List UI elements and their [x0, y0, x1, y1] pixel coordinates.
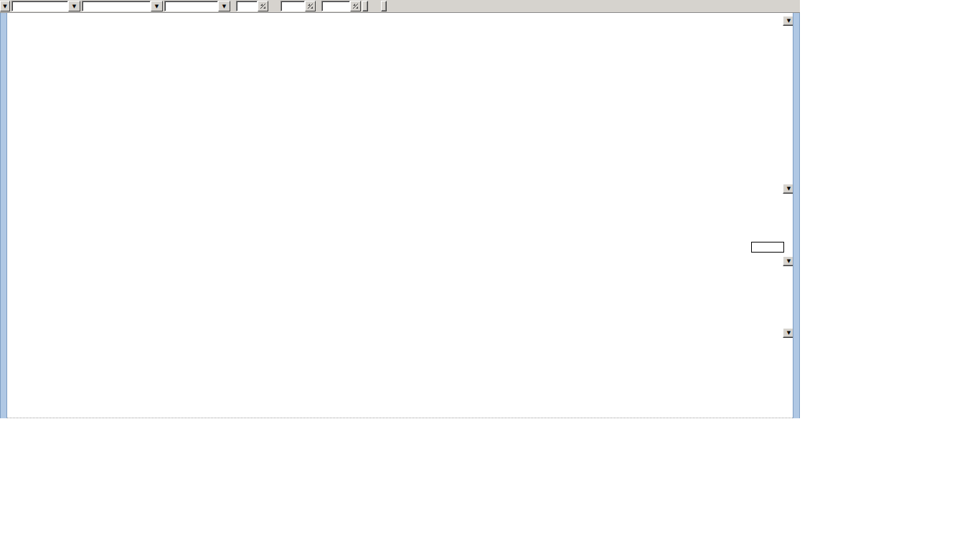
symbol-combo[interactable]: ▼	[82, 1, 163, 11]
chart-window: ▼ ▼ ▼ ▼	[0, 0, 800, 418]
symbol-type-value	[11, 1, 68, 11]
chevron-down-icon[interactable]: ▼	[68, 1, 80, 11]
ashi-value[interactable]	[236, 1, 258, 11]
apply-button[interactable]	[362, 1, 368, 11]
mini-combo[interactable]: ▼	[0, 1, 10, 11]
desktop: ▼ ▼ ▼ ▼	[0, 0, 980, 551]
minute-stepper[interactable]	[281, 1, 316, 11]
volume-multiplier-badge	[751, 242, 784, 253]
chevron-down-icon[interactable]: ▼	[151, 1, 163, 11]
spinner-icon[interactable]	[305, 1, 316, 11]
contract-value	[164, 1, 218, 11]
chart-plot	[0, 0, 800, 418]
bars-value[interactable]	[321, 1, 350, 11]
contract-combo[interactable]: ▼	[164, 1, 230, 11]
multi-symbol-button[interactable]	[381, 1, 387, 11]
bars-stepper[interactable]	[321, 1, 361, 11]
ashi-stepper[interactable]	[236, 1, 268, 11]
symbol-type-combo[interactable]: ▼	[11, 1, 80, 11]
left-edge-strip	[0, 12, 7, 418]
chevron-down-icon[interactable]: ▼	[218, 1, 230, 11]
symbol-value	[82, 1, 151, 11]
spinner-icon[interactable]	[258, 1, 268, 11]
spinner-icon[interactable]	[350, 1, 361, 11]
right-edge-strip	[793, 12, 800, 418]
chevron-down-icon[interactable]: ▼	[0, 1, 10, 11]
toolbar: ▼ ▼ ▼ ▼	[0, 0, 800, 13]
minute-value[interactable]	[281, 1, 305, 11]
